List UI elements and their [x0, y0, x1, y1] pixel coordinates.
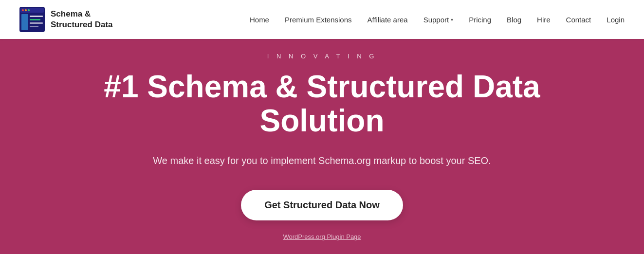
svg-point-2: [22, 9, 24, 11]
hero-subtitle: We make it easy for you to implement Sch…: [153, 155, 491, 166]
svg-point-4: [28, 9, 30, 11]
logo-icon: [19, 7, 45, 32]
hero-innovating-label: I N N O V A T I N G: [267, 53, 377, 60]
svg-rect-5: [21, 14, 28, 30]
header: Schema & Structured Data Home Premium Ex…: [0, 0, 644, 39]
svg-rect-8: [30, 22, 43, 24]
nav-premium-extensions[interactable]: Premium Extensions: [285, 16, 352, 24]
logo[interactable]: Schema & Structured Data: [19, 7, 113, 32]
nav-support[interactable]: Support ▾: [423, 16, 454, 24]
svg-point-3: [25, 9, 27, 11]
svg-rect-9: [30, 26, 38, 27]
nav-home[interactable]: Home: [250, 16, 269, 24]
svg-rect-1: [20, 8, 44, 13]
svg-rect-7: [30, 19, 40, 20]
support-chevron-icon: ▾: [451, 17, 453, 22]
svg-rect-6: [30, 16, 43, 17]
nav-pricing[interactable]: Pricing: [469, 16, 491, 24]
nav-hire[interactable]: Hire: [537, 16, 551, 24]
hero-section: I N N O V A T I N G #1 Schema & Structur…: [0, 39, 644, 254]
hero-title: #1 Schema & Structured Data Solution: [55, 70, 590, 138]
nav-login[interactable]: Login: [607, 16, 625, 24]
logo-text: Schema & Structured Data: [51, 9, 113, 30]
main-nav: Home Premium Extensions Affiliate area S…: [250, 16, 625, 24]
cta-button[interactable]: Get Structured Data Now: [241, 190, 403, 220]
nav-blog[interactable]: Blog: [507, 16, 521, 24]
wordpress-plugin-link[interactable]: WordPress.org Plugin Page: [283, 233, 361, 240]
nav-contact[interactable]: Contact: [566, 16, 591, 24]
nav-affiliate-area[interactable]: Affiliate area: [368, 16, 408, 24]
